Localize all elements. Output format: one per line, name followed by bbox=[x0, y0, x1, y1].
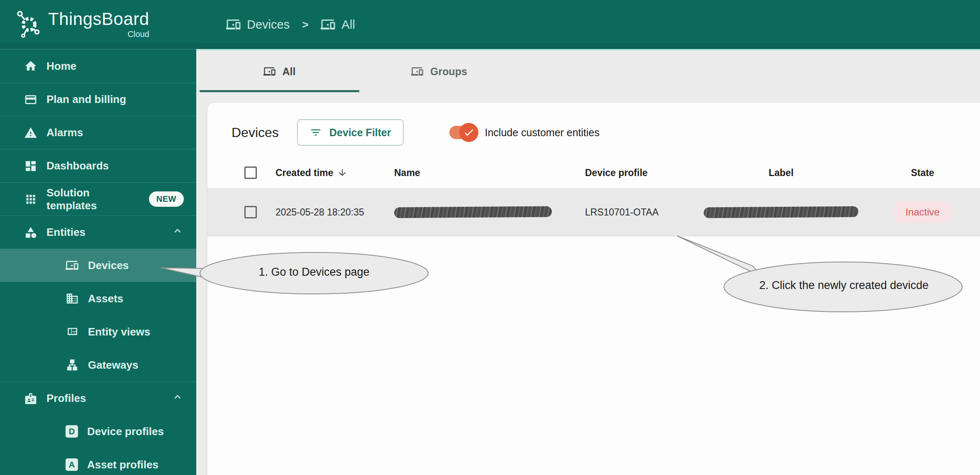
cell-state: Inactive bbox=[865, 201, 980, 223]
filter-list-icon bbox=[310, 126, 322, 139]
column-header-label[interactable]: Label bbox=[697, 167, 865, 179]
breadcrumb-all[interactable]: All bbox=[321, 17, 355, 32]
main-area: All Groups Devices Device Filter bbox=[196, 49, 980, 475]
column-label: Device profile bbox=[585, 167, 648, 179]
page-title: Devices bbox=[232, 125, 279, 140]
letter-a-box-icon: A bbox=[66, 458, 78, 471]
category-icon bbox=[24, 226, 37, 239]
toggle-switch[interactable] bbox=[449, 125, 478, 140]
breadcrumb-label: Devices bbox=[247, 18, 290, 32]
chevron-up-icon bbox=[171, 391, 184, 406]
warning-icon bbox=[24, 126, 37, 140]
sidebar-item-label: Profiles bbox=[46, 392, 86, 405]
sidebar-item-profiles[interactable]: Profiles bbox=[0, 382, 196, 415]
sidebar-item-label: Solution templates bbox=[46, 186, 140, 212]
column-header-name[interactable]: Name bbox=[388, 167, 578, 179]
sidebar-item-dashboards[interactable]: Dashboards bbox=[0, 149, 196, 182]
sidebar-item-entities[interactable]: Entities bbox=[0, 215, 196, 249]
sidebar-item-label: Asset profiles bbox=[87, 458, 158, 471]
devices-card: Devices Device Filter bbox=[207, 103, 980, 475]
column-header-device-profile[interactable]: Device profile bbox=[578, 167, 697, 179]
thingsboard-page: ThingsBoard Cloud Devices > All Home bbox=[0, 0, 980, 475]
sidebar-item-label: Home bbox=[46, 60, 76, 73]
credit-card-icon bbox=[24, 93, 37, 106]
sidebar-item-devices[interactable]: Devices bbox=[0, 249, 196, 282]
sidebar-item-gateways[interactable]: Gateways bbox=[0, 348, 196, 382]
content-area: Devices Device Filter bbox=[196, 92, 980, 475]
sidebar-item-device-profiles[interactable]: D Device profiles bbox=[0, 415, 196, 448]
column-label: Label bbox=[768, 167, 793, 179]
column-header-state[interactable]: State bbox=[865, 167, 980, 179]
sidebar-item-alarms[interactable]: Alarms bbox=[0, 116, 196, 149]
cell-device-profile: LRS10701-OTAA bbox=[578, 207, 697, 218]
breadcrumb-label: All bbox=[341, 18, 355, 32]
sidebar-item-label: Gateways bbox=[88, 359, 138, 372]
view-quilt-icon bbox=[66, 325, 79, 338]
devices-icon bbox=[411, 65, 424, 78]
column-header-created-time[interactable]: Created time bbox=[269, 167, 388, 179]
sidebar: Home Plan and billing Alarms Dashboards … bbox=[0, 49, 196, 475]
cell-label bbox=[697, 207, 865, 218]
apps-grid-icon bbox=[24, 193, 37, 206]
sidebar-item-home[interactable]: Home bbox=[0, 49, 196, 83]
breadcrumb: Devices > All bbox=[196, 17, 355, 32]
thingsboard-gear-logo-icon bbox=[15, 9, 42, 40]
sidebar-item-plan-and-billing[interactable]: Plan and billing bbox=[0, 83, 196, 116]
cell-name bbox=[388, 207, 578, 218]
column-label: State bbox=[911, 167, 934, 179]
table-header-row: Created time Name Device profile Label bbox=[207, 157, 980, 188]
column-label: Name bbox=[394, 167, 420, 179]
breadcrumb-separator: > bbox=[302, 18, 308, 31]
brand-name: ThingsBoard bbox=[48, 10, 149, 28]
dashboard-icon bbox=[24, 159, 37, 173]
chevron-up-icon bbox=[171, 225, 184, 240]
inactive-status-badge: Inactive bbox=[894, 201, 951, 223]
toggle-knob bbox=[459, 123, 478, 142]
brand-logo[interactable]: ThingsBoard Cloud bbox=[0, 9, 196, 40]
redacted-name-scribble bbox=[394, 206, 552, 218]
device-table-row[interactable]: 2025-05-28 18:20:35 LRS10701-OTAA Inacti… bbox=[207, 188, 980, 236]
select-all-checkbox[interactable] bbox=[244, 166, 257, 179]
sidebar-item-label: Assets bbox=[88, 292, 123, 305]
sidebar-item-label: Dashboards bbox=[46, 159, 109, 172]
tab-label: Groups bbox=[430, 66, 467, 78]
tab-bar: All Groups bbox=[196, 51, 980, 92]
sidebar-item-asset-profiles[interactable]: A Asset profiles bbox=[0, 448, 196, 475]
sidebar-item-entity-views[interactable]: Entity views bbox=[0, 315, 196, 348]
app-header: ThingsBoard Cloud Devices > All bbox=[0, 0, 980, 49]
sidebar-item-solution-templates[interactable]: Solution templates NEW bbox=[0, 182, 196, 215]
include-customer-entities-toggle[interactable]: Include customer entities bbox=[449, 125, 600, 140]
row-checkbox[interactable] bbox=[244, 206, 257, 218]
lan-icon bbox=[66, 358, 79, 372]
brand-subtitle: Cloud bbox=[127, 29, 149, 39]
tab-all[interactable]: All bbox=[200, 51, 359, 92]
sidebar-item-label: Device profiles bbox=[87, 425, 164, 438]
sidebar-item-assets[interactable]: Assets bbox=[0, 282, 196, 315]
new-badge: NEW bbox=[149, 191, 184, 207]
sort-arrow-down-icon bbox=[337, 168, 347, 178]
letter-d-box-icon: D bbox=[66, 425, 78, 438]
sidebar-item-label: Entities bbox=[46, 226, 85, 239]
sidebar-item-label: Devices bbox=[88, 259, 129, 272]
devices-toolbar: Devices Device Filter bbox=[207, 103, 980, 157]
devices-icon bbox=[263, 65, 276, 78]
building-icon bbox=[66, 292, 79, 305]
devices-icon bbox=[66, 259, 79, 272]
breadcrumb-devices[interactable]: Devices bbox=[226, 17, 290, 32]
column-label: Created time bbox=[275, 167, 333, 179]
filter-button-label: Device Filter bbox=[329, 127, 391, 139]
sidebar-item-label: Alarms bbox=[46, 126, 83, 139]
home-icon bbox=[24, 59, 37, 73]
devices-icon bbox=[321, 17, 336, 32]
tab-label: All bbox=[283, 66, 296, 78]
sidebar-item-label: Entity views bbox=[88, 326, 150, 338]
cell-created-time: 2025-05-28 18:20:35 bbox=[269, 207, 388, 218]
devices-icon bbox=[226, 17, 241, 32]
check-icon bbox=[463, 127, 475, 138]
badge-icon bbox=[24, 392, 37, 405]
sidebar-item-label: Plan and billing bbox=[46, 93, 126, 106]
tab-groups[interactable]: Groups bbox=[359, 51, 519, 92]
redacted-label-scribble bbox=[704, 206, 858, 218]
toggle-label: Include customer entities bbox=[485, 127, 600, 139]
device-filter-button[interactable]: Device Filter bbox=[297, 119, 404, 146]
